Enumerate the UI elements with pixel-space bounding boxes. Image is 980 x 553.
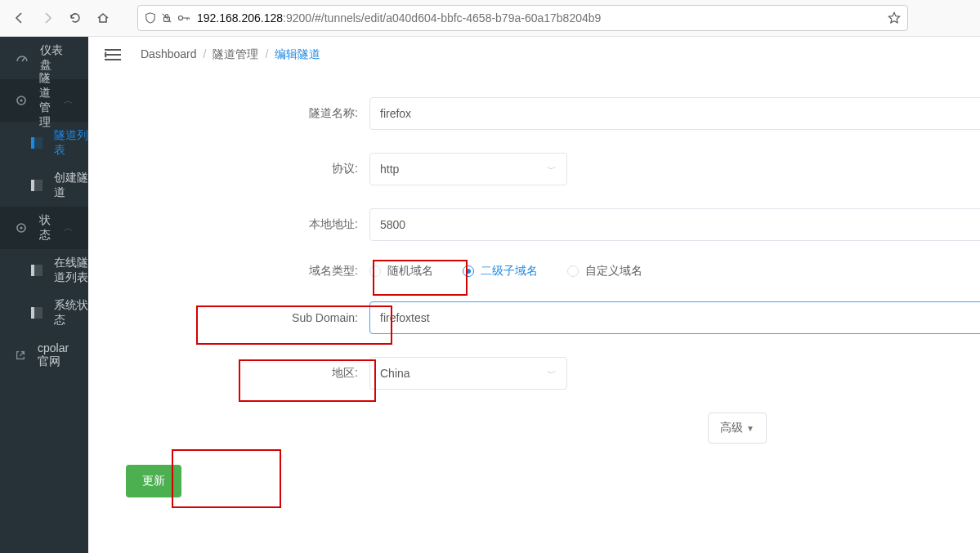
sidebar-item-label: 在线隧道列表: [54, 256, 88, 285]
update-button[interactable]: 更新: [126, 465, 181, 497]
protocol-label: 协议:: [101, 162, 369, 176]
tunnel-name-input[interactable]: [369, 97, 980, 130]
circle-icon: [15, 221, 28, 234]
svg-point-3: [20, 99, 22, 101]
chevron-up-icon: ︿: [64, 94, 74, 108]
forward-button[interactable]: [34, 5, 60, 31]
home-button[interactable]: [90, 5, 116, 31]
bookmark-star-icon[interactable]: [888, 11, 901, 25]
protocol-select[interactable]: http﹀: [369, 153, 567, 185]
breadcrumb-current: 编辑隧道: [275, 47, 320, 62]
breadcrumb: Dashboard / 隧道管理 / 编辑隧道: [141, 47, 320, 62]
radio-label: 二级子域名: [481, 264, 538, 279]
caret-down-icon: ▼: [746, 424, 754, 433]
domain-type-label: 域名类型:: [101, 264, 369, 279]
svg-rect-11: [31, 265, 34, 276]
lock-slash-icon: [161, 12, 172, 24]
chevron-up-icon: ︿: [64, 221, 74, 235]
breadcrumb-sep: /: [204, 47, 207, 62]
svg-point-1: [178, 16, 182, 20]
browser-toolbar: 192.168.206.128:9200/#/tunnels/edit/a040…: [0, 0, 980, 37]
sidebar-item-label: 状态: [39, 213, 52, 243]
svg-point-9: [20, 226, 22, 229]
sidebar-item-label: 创建隧道: [54, 171, 88, 200]
url-text: 192.168.206.128:9200/#/tunnels/edit/a040…: [197, 11, 601, 25]
radio-label: 自定义域名: [585, 264, 642, 279]
sidebar-item-label: 系统状态: [54, 298, 88, 328]
protocol-value: http: [380, 163, 399, 176]
sidebar-item-cpolar[interactable]: cpolar官网: [0, 334, 88, 377]
breadcrumb-sep: /: [265, 47, 268, 62]
breadcrumb-item[interactable]: Dashboard: [141, 47, 197, 62]
key-icon: [177, 12, 190, 24]
tunnel-name-label: 隧道名称:: [101, 106, 369, 121]
sidebar-item-label: 隧道列表: [54, 128, 88, 158]
region-label: 地区:: [101, 366, 369, 381]
radio-label: 随机域名: [387, 264, 433, 279]
back-button[interactable]: [7, 5, 33, 31]
reload-button[interactable]: [62, 5, 88, 31]
content-area: Dashboard / 隧道管理 / 编辑隧道 隧道名称: 协议: http﹀ …: [88, 37, 980, 553]
edit-tunnel-form: 隧道名称: 协议: http﹀ 本地地址: 域名类型: 随机域名 二级子域名 自…: [88, 73, 980, 497]
subdomain-label: Sub Domain:: [101, 311, 369, 324]
external-link-icon: [15, 350, 26, 361]
menu-collapse-button[interactable]: [105, 45, 124, 65]
advanced-button[interactable]: 高级▼: [708, 413, 767, 444]
sidebar-item-online-list[interactable]: 在线隧道列表: [0, 249, 88, 292]
sidebar-item-create-tunnel[interactable]: 创建隧道: [0, 164, 88, 207]
chevron-down-icon: ﹀: [547, 367, 557, 381]
subdomain-input[interactable]: [369, 301, 980, 334]
sidebar: 仪表盘 隧道管理 ︿ 隧道列表 创建隧道 状态 ︿ 在线隧道列表: [0, 37, 88, 553]
radio-random-domain[interactable]: 随机域名: [369, 264, 433, 279]
svg-rect-13: [31, 307, 34, 319]
breadcrumb-item[interactable]: 隧道管理: [213, 47, 258, 62]
grid-icon: [31, 180, 43, 191]
radio-custom-domain[interactable]: 自定义域名: [567, 264, 642, 279]
circle-icon: [15, 94, 28, 107]
sidebar-item-tunnel-list[interactable]: 隧道列表: [0, 122, 88, 164]
chevron-down-icon: ﹀: [547, 163, 557, 176]
address-bar[interactable]: 192.168.206.128:9200/#/tunnels/edit/a040…: [137, 5, 908, 31]
advanced-label: 高级: [720, 421, 743, 435]
grid-icon: [31, 265, 43, 276]
svg-rect-5: [31, 137, 34, 149]
grid-icon: [31, 307, 43, 319]
gauge-icon: [15, 51, 29, 65]
sidebar-item-status[interactable]: 状态 ︿: [0, 207, 88, 249]
sidebar-item-label: cpolar官网: [38, 341, 74, 369]
local-addr-input[interactable]: [369, 208, 980, 241]
shield-icon: [145, 12, 156, 24]
region-select[interactable]: China﹀: [369, 357, 567, 390]
svg-rect-7: [31, 180, 34, 191]
grid-icon: [31, 137, 43, 149]
radio-subdomain[interactable]: 二级子域名: [463, 264, 538, 279]
sidebar-item-tunnel-mgmt[interactable]: 隧道管理 ︿: [0, 79, 88, 122]
sidebar-item-label: 仪表盘: [40, 43, 74, 73]
nav-buttons: [7, 5, 116, 31]
region-value: China: [380, 367, 410, 380]
local-addr-label: 本地地址:: [101, 217, 369, 232]
sidebar-item-sys-status[interactable]: 系统状态: [0, 292, 88, 334]
